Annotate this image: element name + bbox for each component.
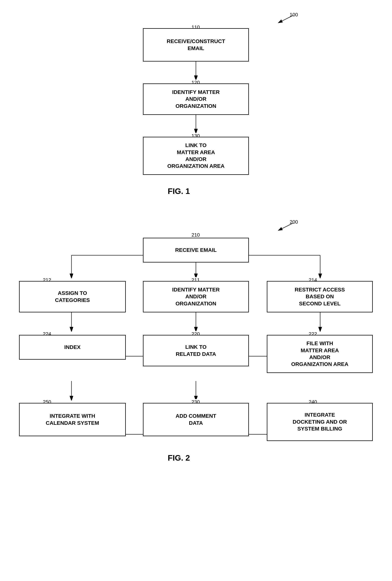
diagram-container: 100 110 RECEIVE/CONSTRUCTEMAIL 120 IDENT… xyxy=(0,0,392,581)
box-211: IDENTIFY MATTERAND/ORORGANIZATION xyxy=(143,281,249,312)
box-240: INTEGRATEDOCKETING AND ORSYSTEM BILLING xyxy=(267,403,373,441)
box-224: INDEX xyxy=(19,335,126,360)
box-110: RECEIVE/CONSTRUCTEMAIL xyxy=(143,28,249,61)
box-212: ASSIGN TOCATEGORIES xyxy=(19,281,126,312)
box-130: LINK TOMATTER AREAAND/ORORGANIZATION ARE… xyxy=(143,137,249,175)
fig1-label: FIG. 1 xyxy=(168,187,190,196)
box-214: RESTRICT ACCESSBASED ONSECOND LEVEL xyxy=(267,281,373,312)
svg-line-17 xyxy=(278,15,294,23)
fig2-label: FIG. 2 xyxy=(168,453,190,463)
box-220: LINK TORELATED DATA xyxy=(143,335,249,366)
box-222: FILE WITHMATTER AREAAND/ORORGANIZATION A… xyxy=(267,335,373,373)
box-120: IDENTIFY MATTERAND/ORORGANIZATION xyxy=(143,83,249,115)
box-210: RECEIVE EMAIL xyxy=(143,238,249,262)
box-250: INTEGRATE WITHCALENDAR SYSTEM xyxy=(19,403,126,436)
box-230: ADD COMMENTDATA xyxy=(143,403,249,436)
svg-line-19 xyxy=(278,223,294,230)
label-210: 210 xyxy=(192,232,200,238)
